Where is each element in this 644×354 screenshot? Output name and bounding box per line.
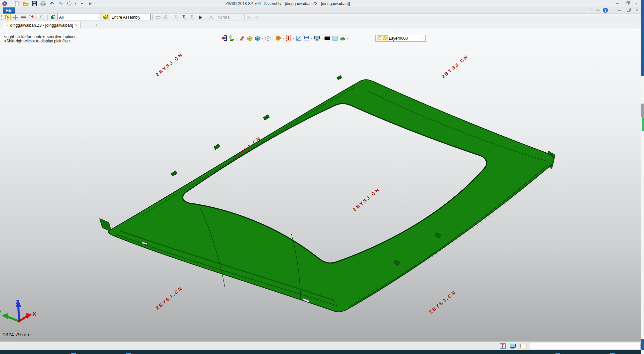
customize-toolbar-caret[interactable]	[78, 1, 85, 7]
shaded-display-icon[interactable]	[254, 35, 261, 41]
tab-expand-icon[interactable]: +	[6, 23, 8, 28]
measure-caret[interactable]	[311, 38, 313, 39]
assembly-scope-icon[interactable]	[102, 14, 109, 20]
cursor-arrow-icon[interactable]	[197, 14, 204, 20]
menubar: File ♡ ⚙ ? ×	[0, 7, 644, 14]
layer-bulb-icon	[378, 36, 382, 41]
taskbar-indicator	[126, 353, 131, 354]
view-orient-caret[interactable]	[74, 3, 76, 4]
edge-scrollbar-thumb[interactable]	[641, 104, 644, 118]
redo-icon[interactable]: ↷	[57, 1, 64, 7]
help-icon[interactable]: ?	[603, 8, 608, 13]
link-icon[interactable]	[154, 14, 161, 20]
align-target-icon[interactable]	[285, 35, 292, 41]
filter-state-1-icon[interactable]	[173, 14, 180, 20]
background-blue-swatch[interactable]	[331, 35, 338, 41]
roof-panel-model[interactable]	[0, 28, 641, 342]
layer-combo-caret[interactable]	[422, 38, 424, 39]
monitor-status-icon[interactable]	[509, 343, 516, 349]
app-logo-icon[interactable]	[1, 1, 8, 7]
new-file-icon[interactable]	[14, 1, 20, 7]
tab-close-icon[interactable]: ×	[75, 23, 77, 28]
help-caret[interactable]	[611, 10, 613, 11]
erase-icon[interactable]	[238, 35, 246, 41]
run-icon[interactable]: ▶	[87, 1, 94, 7]
doc-restore-button[interactable]	[625, 8, 631, 13]
graphics-viewport[interactable]: 2BYSJ.CN 2BYSJ.CN 2BYSJ.CN 2BYSJ.CN 2BYS…	[0, 28, 641, 342]
doc-minimize-button[interactable]	[616, 8, 622, 13]
filter-state-2-icon[interactable]	[181, 14, 188, 20]
measure-icon[interactable]	[303, 35, 310, 41]
view-toolbar	[219, 34, 350, 42]
layer-manager-caret[interactable]	[347, 38, 349, 39]
document-tabbar: + dinggaiwaiban.Z3 - [dinggaiwaiban] × +	[0, 21, 644, 28]
display-caret[interactable]	[321, 38, 323, 39]
blank-caret[interactable]	[236, 38, 238, 39]
align-caret[interactable]	[293, 38, 295, 39]
close-button[interactable]: ×	[633, 1, 639, 6]
open-file-icon[interactable]	[22, 1, 29, 7]
document-title: Assembly - [dinggaiwaiban.Z3 - [dinggaiw…	[264, 1, 350, 6]
restore-button[interactable]	[624, 1, 630, 6]
view-wheel-icon[interactable]	[275, 35, 282, 41]
minimize-button[interactable]	[615, 1, 621, 6]
blank-visibility-icon[interactable]	[228, 35, 235, 41]
view-orient-icon[interactable]	[66, 1, 72, 7]
axis-y-label: Y	[0, 309, 2, 315]
toolbar-grip[interactable]	[1, 15, 2, 20]
command-input[interactable]	[529, 343, 641, 349]
print-icon[interactable]	[40, 1, 46, 7]
scope-combo[interactable]: Entire Assembly	[110, 14, 151, 20]
view-wheel-caret[interactable]	[282, 38, 284, 39]
save-icon[interactable]	[31, 1, 38, 7]
regen-status-icon[interactable]	[499, 343, 506, 349]
alert-bell-icon[interactable]	[162, 14, 169, 20]
layer-manager-icon[interactable]	[339, 35, 346, 41]
divider	[206, 15, 206, 20]
settings-gear-icon[interactable]: ⚙	[596, 8, 600, 12]
axis-z-label: Z	[16, 299, 19, 305]
pick-box-caret[interactable]	[36, 17, 38, 18]
filter-icon[interactable]	[49, 14, 56, 20]
layer-combo[interactable]: Layer0000	[375, 35, 426, 42]
divider	[152, 15, 153, 20]
datum-plane-icon[interactable]	[246, 35, 253, 41]
add-pick-icon[interactable]	[12, 14, 19, 20]
pick-tool-icon[interactable]	[4, 14, 11, 20]
filter-state-3-icon[interactable]	[189, 14, 196, 20]
display-settings-icon[interactable]	[313, 35, 320, 41]
file-menu-button[interactable]: File	[3, 7, 15, 14]
wireframe-caret[interactable]	[272, 38, 274, 39]
edge-panel-blue	[641, 0, 644, 76]
doc-close-button[interactable]: ×	[634, 8, 640, 13]
document-tab-active[interactable]: + dinggaiwaiban.Z3 - [dinggaiwaiban] ×	[3, 22, 80, 28]
tab-label: dinggaiwaiban.Z3 - [dinggaiwaiban]	[10, 23, 73, 28]
exit-icon[interactable]	[220, 35, 227, 41]
background-black-swatch[interactable]	[324, 35, 331, 41]
wireframe-display-icon[interactable]	[264, 35, 271, 41]
new-tab-button[interactable]: +	[95, 22, 98, 28]
hint-line-2: <Shift-right-click> to display pick filt…	[4, 39, 71, 43]
reference-icon[interactable]	[208, 14, 215, 20]
selection-toolbar: All Entire Assembly Normal ⚙	[0, 14, 644, 21]
menubar-right-controls: ♡ ⚙ ? ×	[589, 8, 640, 13]
entity-filter-combo[interactable]: All	[57, 14, 101, 20]
zoom-window-icon[interactable]	[295, 35, 302, 41]
taskbar-indicator	[555, 353, 560, 354]
taskbar-indicator	[71, 353, 76, 354]
pick-settings-gear-icon[interactable]: ⚙	[254, 14, 261, 20]
layer-color-icon	[382, 36, 387, 40]
edge-panel-blue-bottom	[641, 339, 644, 350]
pick-box-icon[interactable]	[28, 14, 35, 20]
edge-scroll-indicator	[642, 118, 644, 131]
favorites-heart-icon[interactable]: ♡	[589, 8, 593, 12]
remove-pick-icon[interactable]	[20, 14, 27, 20]
output-log-icon[interactable]	[519, 343, 526, 349]
state-combo[interactable]: Normal	[216, 14, 245, 20]
ribbon-collapse-icon[interactable]	[633, 23, 639, 25]
undo-icon[interactable]: ↶	[48, 1, 55, 7]
layer-name: Layer0000	[389, 36, 408, 41]
pick-last-icon[interactable]	[246, 14, 253, 20]
lasso-icon[interactable]	[39, 14, 46, 20]
shaded-caret[interactable]	[262, 38, 264, 39]
